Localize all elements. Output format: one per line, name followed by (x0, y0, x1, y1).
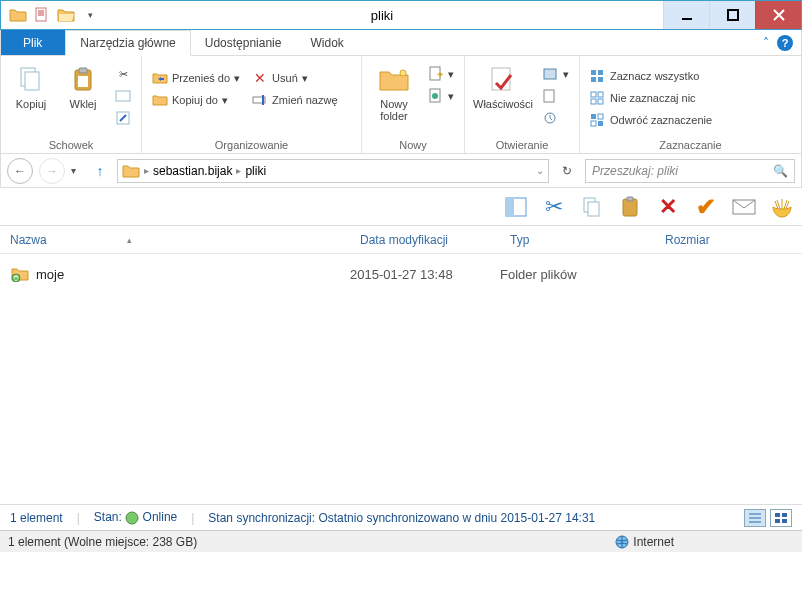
qat-dropdown-icon[interactable]: ▾ (79, 4, 101, 26)
svg-point-16 (432, 93, 438, 99)
history-dropdown[interactable]: ▾ (71, 165, 83, 176)
delete-icon: ✕ (252, 70, 268, 86)
open-folder-icon[interactable] (55, 4, 77, 26)
delete-button[interactable]: ✕Usuń ▾ (248, 68, 341, 88)
column-name[interactable]: Nazwa▴ (0, 226, 350, 253)
invert-selection-button[interactable]: Odwróć zaznaczenie (586, 110, 716, 130)
history-button[interactable] (539, 108, 573, 128)
svg-rect-30 (598, 114, 603, 119)
paste-shortcut-button[interactable] (111, 108, 135, 128)
ribbon: Kopiuj Wklej ✂ Schowek Przenieś do ▾ Kop… (0, 56, 802, 154)
breadcrumb-dropdown-icon[interactable]: ⌄ (536, 165, 544, 176)
cut-icon[interactable]: ✂ (542, 195, 566, 219)
column-date[interactable]: Data modyfikacji (350, 226, 500, 253)
column-size[interactable]: Rozmiar (655, 226, 755, 253)
search-placeholder: Przeszukaj: pliki (592, 164, 678, 178)
new-item-button[interactable]: ✦▾ (424, 64, 458, 84)
rename-icon (252, 92, 268, 108)
scissors-icon: ✂ (115, 66, 131, 82)
mail-icon[interactable] (732, 195, 756, 219)
invert-icon (590, 112, 606, 128)
file-date: 2015-01-27 13:48 (350, 267, 500, 282)
clipboard-icon[interactable] (618, 195, 642, 219)
select-all-icon (590, 68, 606, 84)
svg-rect-28 (598, 99, 603, 104)
free-space: 1 element (Wolne miejsce: 238 GB) (8, 535, 197, 549)
copy-button[interactable]: Kopiuj (7, 60, 55, 110)
copy-icon (15, 64, 47, 96)
history-icon (543, 110, 559, 126)
minimize-button[interactable] (663, 1, 709, 29)
refresh-button[interactable]: ↻ (555, 159, 579, 183)
svg-rect-8 (116, 91, 130, 101)
svg-point-12 (400, 70, 406, 76)
collapse-ribbon-icon[interactable]: ˄ (763, 36, 769, 50)
search-input[interactable]: Przeszukaj: pliki 🔍 (585, 159, 795, 183)
paste-button[interactable]: Wklej (59, 60, 107, 110)
crumb-parent[interactable]: sebastian.bijak (153, 164, 232, 178)
window-title: pliki (101, 8, 663, 23)
titlebar: ▾ pliki (0, 0, 802, 30)
select-none-button[interactable]: Nie zaznaczaj nic (586, 88, 716, 108)
folder-icon[interactable] (7, 4, 29, 26)
open-icon (543, 66, 559, 82)
paste-icon (67, 64, 99, 96)
svg-rect-24 (598, 77, 603, 82)
file-row[interactable]: moje 2015-01-27 13:48 Folder plików (10, 262, 792, 286)
cut-button[interactable]: ✂ (111, 64, 135, 84)
move-icon (152, 70, 168, 86)
details-view-button[interactable] (744, 509, 766, 527)
file-list: moje 2015-01-27 13:48 Folder plików (0, 254, 802, 504)
maximize-button[interactable] (709, 1, 755, 29)
breadcrumb[interactable]: ▸ sebastian.bijak ▸ pliki ⌄ (117, 159, 549, 183)
panes-icon[interactable] (504, 195, 528, 219)
address-bar: ← → ▾ ↑ ▸ sebastian.bijak ▸ pliki ⌄ ↻ Pr… (0, 154, 802, 188)
svg-rect-22 (598, 70, 603, 75)
open-button[interactable]: ▾ (539, 64, 573, 84)
svg-rect-11 (262, 95, 264, 105)
select-all-button[interactable]: Zaznacz wszystko (586, 66, 716, 86)
properties-check-icon (487, 64, 519, 96)
ribbon-group-organize: Przenieś do ▾ Kopiuj do ▾ ✕Usuń ▾ Zmień … (142, 56, 362, 153)
ribbon-group-select: Zaznacz wszystko Nie zaznaczaj nic Odwró… (580, 56, 801, 153)
delete-x-icon[interactable]: ✕ (656, 195, 680, 219)
crumb-current[interactable]: pliki (245, 164, 266, 178)
tab-home[interactable]: Narzędzia główne (65, 30, 190, 56)
svg-rect-44 (775, 519, 780, 523)
up-button[interactable]: ↑ (89, 160, 111, 182)
shell-icon[interactable] (770, 195, 794, 219)
tab-file[interactable]: Plik (1, 30, 65, 55)
svg-rect-18 (544, 69, 556, 79)
svg-rect-23 (591, 77, 596, 82)
secondary-toolbar: ✂ ✕ ✔ (0, 188, 802, 226)
check-icon[interactable]: ✔ (694, 195, 718, 219)
item-count: 1 element (10, 511, 63, 525)
copy-path-button[interactable] (111, 86, 135, 106)
icons-view-button[interactable] (770, 509, 792, 527)
tab-share[interactable]: Udostępnianie (191, 30, 297, 55)
column-type[interactable]: Typ (500, 226, 655, 253)
ribbon-tabs: Plik Narzędzia główne Udostępnianie Wido… (0, 30, 802, 56)
properties-icon[interactable] (31, 4, 53, 26)
edit-button[interactable] (539, 86, 573, 106)
chevron-right-icon[interactable]: ▸ (236, 165, 241, 176)
rename-button[interactable]: Zmień nazwę (248, 90, 341, 110)
copy-small-icon[interactable] (580, 195, 604, 219)
tab-view[interactable]: Widok (296, 30, 358, 55)
back-button[interactable]: ← (7, 158, 33, 184)
close-button[interactable] (755, 1, 801, 29)
move-to-button[interactable]: Przenieś do ▾ (148, 68, 244, 88)
svg-rect-21 (591, 70, 596, 75)
svg-rect-31 (591, 121, 596, 126)
copy-to-button[interactable]: Kopiuj do ▾ (148, 90, 244, 110)
help-icon[interactable]: ? (777, 35, 793, 51)
status-bar: 1 element | Stan: Online | Stan synchron… (0, 504, 802, 530)
chevron-right-icon[interactable]: ▸ (144, 165, 149, 176)
svg-rect-29 (591, 114, 596, 119)
properties-button[interactable]: Właściwości (471, 60, 535, 110)
svg-rect-2 (728, 10, 738, 20)
new-folder-button[interactable]: Nowy folder (368, 60, 420, 122)
easy-access-button[interactable]: ▾ (424, 86, 458, 106)
forward-button[interactable]: → (39, 158, 65, 184)
sync-block: Stan synchronizacji: Ostatnio synchroniz… (208, 511, 595, 525)
